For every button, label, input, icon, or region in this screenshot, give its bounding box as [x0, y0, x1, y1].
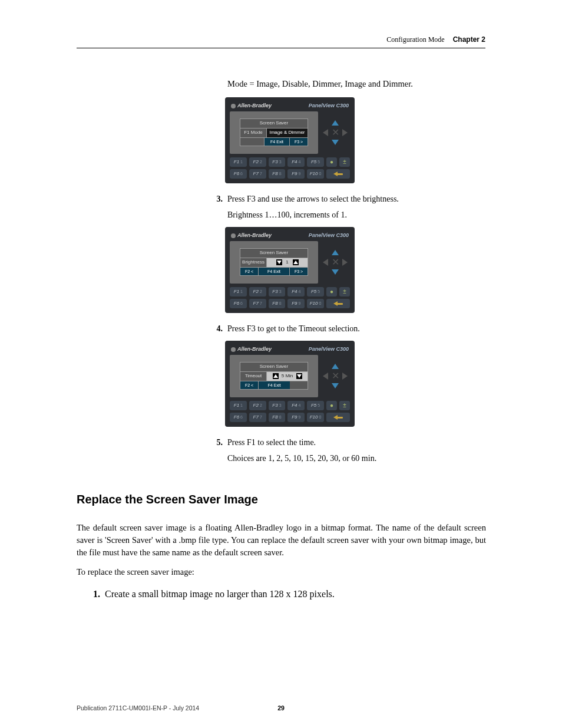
- step-5-number: 5.: [212, 437, 223, 449]
- mode-field-value[interactable]: Image & Dimmer: [267, 129, 308, 137]
- fkey-rows: F11 F22 F33 F44 F55 ● ± F66 F77 F88 F99 …: [230, 401, 350, 422]
- dot-key[interactable]: ●: [326, 287, 337, 297]
- plusminus-key[interactable]: ±: [339, 401, 350, 410]
- brightness-down-icon[interactable]: [276, 259, 282, 265]
- screen-btn-next[interactable]: F3 >: [289, 138, 308, 146]
- f8-key[interactable]: F88: [269, 299, 286, 308]
- brightness-up-icon[interactable]: [293, 259, 299, 265]
- f9-label: F9: [292, 301, 297, 307]
- f2-key[interactable]: F22: [249, 287, 266, 297]
- enter-key[interactable]: [326, 413, 350, 422]
- fkey-row-2: F66 F77 F88 F99 F100: [230, 169, 350, 179]
- screen-btn-exit[interactable]: F4 Exit: [258, 381, 290, 389]
- fkey-rows: F11 F22 F33 F44 F55 ● ± F66 F77 F88: [230, 157, 350, 179]
- screen-buttons-row: F4 Exit F3 >: [240, 137, 308, 146]
- section-heading: Replace the Screen Saver Image: [77, 493, 486, 506]
- screen-btn-next[interactable]: F3 >: [289, 268, 308, 275]
- nav-right-icon: [342, 259, 348, 266]
- f7-key[interactable]: F77: [249, 413, 266, 422]
- f9-key[interactable]: F99: [287, 169, 305, 179]
- f10-key[interactable]: F100: [307, 413, 324, 422]
- f6-key[interactable]: F66: [230, 413, 247, 422]
- f7-key[interactable]: F77: [249, 299, 266, 308]
- f7-sub: 7: [260, 171, 262, 176]
- f4-sub: 4: [299, 289, 301, 294]
- f5-key[interactable]: F55: [307, 157, 324, 167]
- model-label: PanelView C300: [309, 345, 349, 353]
- f3-key[interactable]: F33: [269, 157, 286, 167]
- brand-text: Allen-Bradley: [237, 346, 272, 352]
- f2-key[interactable]: F22: [249, 157, 266, 167]
- screen-btn-prev[interactable]: F2 <: [240, 381, 258, 389]
- enter-key[interactable]: [326, 299, 350, 308]
- f8-key[interactable]: F88: [269, 169, 286, 179]
- screen-btn-prev[interactable]: F2 <: [240, 268, 258, 275]
- brand-label: Allen-Bradley: [231, 345, 272, 353]
- step-3-subtext: Brightness 1…100, increments of 1.: [227, 210, 486, 221]
- model-label: PanelView C300: [309, 102, 349, 109]
- timeout-up-icon[interactable]: [273, 373, 279, 379]
- panel-topbar: Allen-Bradley PanelView C300: [230, 230, 350, 241]
- dot-key[interactable]: ●: [326, 157, 337, 167]
- device-panel-1: Allen-Bradley PanelView C300 Screen Save…: [225, 97, 355, 183]
- step-4: 4. Press F3 to get to the Timeout select…: [212, 324, 486, 335]
- dot-key[interactable]: ●: [326, 401, 337, 410]
- f10-key[interactable]: F100: [307, 299, 324, 308]
- brightness-value-text: 1: [283, 259, 292, 266]
- timeout-down-icon[interactable]: [296, 373, 302, 379]
- plusminus-key[interactable]: ±: [339, 287, 350, 297]
- screen-btn-exit[interactable]: F4 Exit: [265, 138, 289, 146]
- f4-key[interactable]: F44: [287, 401, 305, 410]
- f8-sub: 8: [279, 301, 282, 306]
- f1-key[interactable]: F11: [230, 287, 247, 297]
- f5-label: F5: [311, 403, 316, 409]
- page-number: 29: [277, 704, 285, 711]
- brightness-field-value[interactable]: 1: [267, 258, 308, 267]
- f1-sub: 1: [240, 403, 243, 408]
- f2-sub: 2: [260, 403, 262, 408]
- enter-tail-icon: [337, 417, 343, 419]
- nav-dpad[interactable]: ✕: [323, 364, 348, 388]
- f1-key[interactable]: F11: [230, 157, 247, 167]
- f2-sub: 2: [260, 289, 262, 294]
- f10-key[interactable]: F100: [307, 169, 324, 179]
- f10-label: F10: [310, 171, 318, 177]
- nav-cluster: ✕: [322, 355, 349, 397]
- enter-key[interactable]: [326, 169, 350, 179]
- device-screen: Screen Saver Brightness 1 F2 <: [230, 241, 318, 284]
- nav-down-icon: [332, 383, 339, 388]
- timeout-field-value[interactable]: 5 Min: [267, 372, 308, 381]
- f5-key[interactable]: F55: [307, 287, 324, 297]
- f7-key[interactable]: F77: [249, 169, 266, 179]
- body-paragraph-1: The default screen saver image is a floa…: [77, 522, 486, 559]
- f6-key[interactable]: F66: [230, 169, 247, 179]
- f1-key[interactable]: F11: [230, 401, 247, 410]
- plusminus-key[interactable]: ±: [339, 157, 350, 167]
- fkey-row-2: F66 F77 F88 F99 F100: [230, 299, 350, 308]
- nav-dpad[interactable]: ✕: [323, 250, 348, 275]
- f3-key[interactable]: F33: [269, 401, 286, 410]
- mode-intro-line: Mode = Image, Disable, Dimmer, Image and…: [227, 78, 486, 90]
- body-paragraph-2: To replace the screen saver image:: [77, 566, 486, 578]
- screen-saver-box: Screen Saver Timeout 5 Min F2 <: [240, 362, 308, 397]
- f2-sub: 2: [260, 159, 262, 164]
- f9-key[interactable]: F99: [287, 413, 305, 422]
- f4-key[interactable]: F44: [287, 157, 305, 167]
- f2-key[interactable]: F22: [249, 401, 266, 410]
- f3-sub: 3: [279, 403, 282, 408]
- f5-key[interactable]: F55: [307, 401, 324, 410]
- f8-key[interactable]: F88: [269, 413, 286, 422]
- f5-sub: 5: [318, 403, 320, 408]
- f10-label: F10: [310, 301, 318, 307]
- f4-label: F4: [292, 289, 297, 295]
- plusminus-icon: ±: [343, 401, 346, 410]
- f9-key[interactable]: F99: [287, 299, 305, 308]
- f6-key[interactable]: F66: [230, 299, 247, 308]
- f3-key[interactable]: F33: [269, 287, 286, 297]
- f3-label: F3: [272, 159, 277, 166]
- fkey-row-1: F11 F22 F33 F44 F55 ● ±: [230, 287, 350, 297]
- f4-key[interactable]: F44: [287, 287, 305, 297]
- nav-dpad[interactable]: ✕: [323, 120, 348, 145]
- screen-btn-exit[interactable]: F4 Exit: [258, 268, 289, 275]
- step-5: 5. Press F1 to select the time.: [212, 437, 486, 449]
